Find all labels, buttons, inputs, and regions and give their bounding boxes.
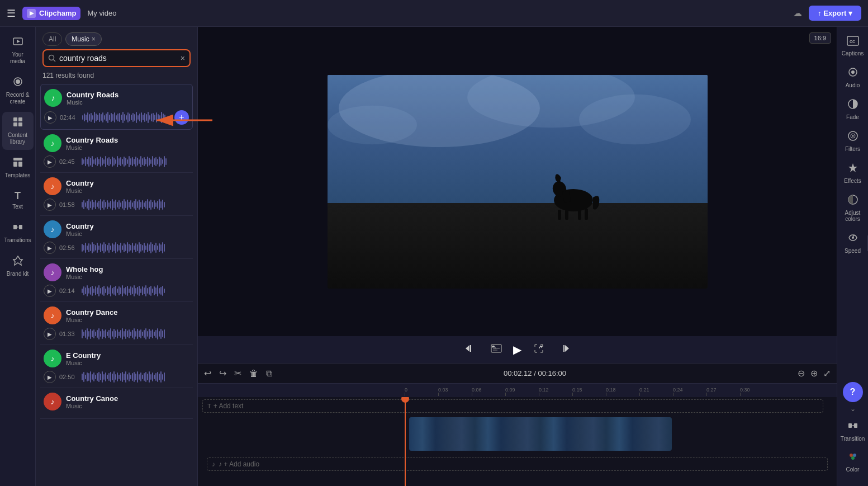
right-tool-audio[interactable]: Audio xyxy=(839,62,867,93)
skip-back-button[interactable] xyxy=(462,341,477,358)
logo[interactable]: Clipchamp xyxy=(22,7,80,20)
svg-rect-9 xyxy=(18,122,22,126)
cloud-icon: ☁ xyxy=(793,8,802,18)
captions-toggle-button[interactable] xyxy=(488,342,504,357)
play-button-7[interactable]: ▶ xyxy=(44,371,56,383)
music-album-icon-4: ♪ xyxy=(44,220,61,238)
sidebar-item-transitions[interactable]: Transitions xyxy=(2,217,34,248)
svg-marker-34 xyxy=(466,345,469,352)
add-audio-button[interactable]: ♪ ♪ + Add audio xyxy=(207,457,828,471)
timeline-fit-button[interactable]: ⤢ xyxy=(822,366,832,380)
play-button-3[interactable]: ▶ xyxy=(44,199,56,211)
svg-point-53 xyxy=(853,454,856,457)
right-panel-chevron[interactable]: ⌄ xyxy=(846,402,860,416)
export-button[interactable]: ↑ Export ▾ xyxy=(809,6,861,21)
templates-label: Templates xyxy=(5,172,31,179)
center-area: 16:9 xyxy=(198,27,837,486)
filter-music-close-icon[interactable]: × xyxy=(92,35,96,43)
search-clear-icon[interactable]: × xyxy=(181,54,185,63)
speed-tool-label: Speed xyxy=(845,248,861,254)
audio-tool-label: Audio xyxy=(846,82,860,88)
music-cat-1: Music xyxy=(67,99,189,106)
sidebar-item-record-create[interactable]: Record & create xyxy=(2,72,34,110)
search-input[interactable] xyxy=(59,54,177,63)
svg-marker-3 xyxy=(17,40,20,43)
skip-forward-button[interactable] xyxy=(557,341,573,358)
add-text-button[interactable]: T + Add text xyxy=(202,399,823,413)
timeline-redo-button[interactable]: ↪ xyxy=(217,366,228,380)
play-button-6[interactable]: ▶ xyxy=(44,328,56,340)
right-tool-effects[interactable]: Effects xyxy=(839,158,867,188)
right-panel-bottom: ? ⌄ Transition Color xyxy=(839,259,867,482)
svg-point-16 xyxy=(49,55,54,60)
right-tool-color[interactable]: Color xyxy=(839,446,867,477)
filter-music-button[interactable]: Music × xyxy=(65,32,101,46)
music-cat-7: Music xyxy=(66,360,189,366)
sidebar-item-content-library[interactable]: Content library xyxy=(2,112,34,150)
play-button-5[interactable]: ▶ xyxy=(44,285,56,297)
right-tool-captions[interactable]: CC Captions xyxy=(839,31,867,61)
play-button-1[interactable]: ▶ xyxy=(44,111,56,124)
play-button-4[interactable]: ▶ xyxy=(44,242,56,254)
text-track: T + Add text xyxy=(198,397,837,415)
video-track[interactable] xyxy=(409,417,672,451)
ruler-mark-9: 0:27 xyxy=(706,387,740,396)
svg-marker-46 xyxy=(848,163,857,172)
timeline-duplicate-button[interactable]: ⧉ xyxy=(264,367,274,380)
add-button-1[interactable]: + xyxy=(174,110,189,125)
music-cat-4: Music xyxy=(66,230,189,237)
effects-tool-icon xyxy=(847,162,858,176)
color-tool-label: Color xyxy=(846,466,860,473)
sidebar-item-brand-kit[interactable]: Brand kit xyxy=(2,251,34,282)
timeline-delete-button[interactable]: 🗑 xyxy=(248,367,260,380)
right-tool-adjust-colors[interactable]: Adjust colors xyxy=(839,190,867,227)
timeline-zoom-out-button[interactable]: ⊖ xyxy=(796,366,807,380)
logo-icon xyxy=(27,9,36,18)
content-library-icon xyxy=(12,116,23,130)
duration-1: 02:44 xyxy=(60,114,79,121)
fullscreen-button[interactable] xyxy=(532,341,546,358)
filter-all-button[interactable]: All xyxy=(42,32,62,46)
help-button[interactable]: ? xyxy=(843,382,863,402)
timeline-cut-button[interactable]: ✂ xyxy=(233,366,243,380)
brand-kit-icon xyxy=(12,255,23,269)
captions-tool-icon: CC xyxy=(847,36,859,49)
timeline-undo-button[interactable]: ↩ xyxy=(202,366,213,380)
timeline-time-display: 00:02.12 / 00:16:00 xyxy=(278,369,791,378)
svg-point-22 xyxy=(579,94,691,144)
right-tool-transition[interactable]: Transition xyxy=(839,416,867,446)
left-navigation: Your media Record & create Content libra… xyxy=(0,27,36,486)
svg-rect-12 xyxy=(18,162,22,167)
content-library-label: Content library xyxy=(4,132,31,145)
menu-icon[interactable]: ☰ xyxy=(7,7,16,20)
play-pause-button[interactable]: ▶ xyxy=(511,341,524,358)
sidebar-item-text[interactable]: T Text xyxy=(2,186,34,215)
timeline-ruler: 0 0:03 0:06 0:09 0:12 0:15 0:18 0:21 0:2… xyxy=(198,384,837,397)
right-tool-filters[interactable]: Filters xyxy=(839,126,867,157)
duration-4: 02:56 xyxy=(59,244,78,251)
svg-rect-8 xyxy=(13,122,17,126)
music-name-6: Country Dance xyxy=(66,308,189,317)
color-tool-icon xyxy=(847,451,858,465)
aspect-ratio-button[interactable]: 16:9 xyxy=(809,32,831,44)
svg-rect-11 xyxy=(13,162,17,167)
help-icon: ? xyxy=(850,387,856,397)
timeline-zoom-in-button[interactable]: ⊕ xyxy=(809,366,819,380)
svg-rect-30 xyxy=(585,209,588,220)
music-name-7: E Country xyxy=(66,351,189,360)
filters-tool-icon xyxy=(847,130,858,144)
video-title[interactable]: My video xyxy=(87,9,116,17)
right-tool-fade[interactable]: Fade xyxy=(839,94,867,125)
sidebar-item-your-media[interactable]: Your media xyxy=(2,31,34,69)
play-button-2[interactable]: ▶ xyxy=(44,155,56,168)
ruler-mark-3: 0:09 xyxy=(505,387,539,396)
music-album-icon-1: ♪ xyxy=(44,89,62,107)
ruler-mark-0: 0 xyxy=(405,387,438,396)
timeline-playhead[interactable] xyxy=(405,397,406,486)
adjust-colors-tool-label: Adjust colors xyxy=(841,210,865,222)
right-tool-speed[interactable]: Speed xyxy=(839,228,867,258)
list-item: ♪ Country Roads Music ▶ 02:45 xyxy=(40,130,193,173)
sidebar-item-templates[interactable]: Templates xyxy=(2,152,34,183)
list-item: ♪ Country Canoe Music xyxy=(40,388,193,419)
templates-icon xyxy=(12,157,23,171)
